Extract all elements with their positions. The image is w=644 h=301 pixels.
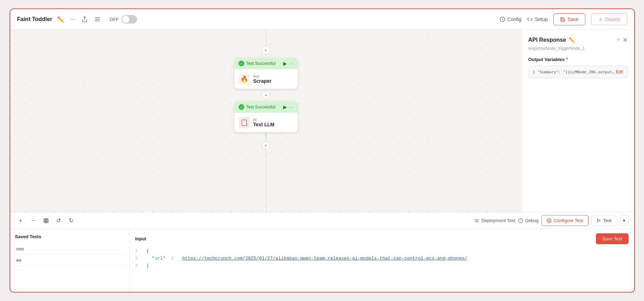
panel-help-button[interactable]: ? bbox=[617, 38, 619, 43]
panel-header-icons: ? ✕ bbox=[617, 36, 627, 44]
test-dropdown-button[interactable]: ▾ bbox=[620, 215, 629, 226]
node2-status: ✓ Test Successful bbox=[239, 104, 275, 110]
code-line-2: 2 "url" : https://techcrunch.com/2025/01… bbox=[135, 255, 629, 262]
saved-test-item-mm[interactable]: mm bbox=[15, 243, 124, 255]
node2-body: 📋 AI Text LLM bbox=[234, 113, 298, 132]
svg-point-10 bbox=[548, 220, 550, 221]
node1-status: ✓ Test Successful bbox=[239, 61, 275, 66]
list-view-button[interactable] bbox=[93, 15, 102, 24]
deploy-button[interactable]: Deploy bbox=[591, 13, 627, 25]
share-button[interactable] bbox=[80, 15, 89, 24]
connector-line-bottom bbox=[266, 132, 266, 139]
app-scraper-icon: 🔥 bbox=[239, 73, 250, 85]
saved-test-item-ee[interactable]: ee bbox=[15, 255, 124, 266]
toggle-label: OFF bbox=[110, 17, 119, 22]
panel-title: API Response ✏️ bbox=[528, 37, 575, 43]
add-node-middle[interactable]: + bbox=[262, 91, 270, 99]
output-var-value: { "Summary": "{{LLMNode_286.output.ge bbox=[533, 70, 616, 74]
zoom-out-button[interactable]: − bbox=[28, 216, 38, 226]
app-scraper-node[interactable]: ✓ Test Successful ▶ ··· 🔥 App Scraper bbox=[234, 58, 298, 89]
node2-controls: ▶ ··· bbox=[283, 104, 293, 110]
node1-body: 🔥 App Scraper bbox=[234, 69, 298, 89]
bottom-toolbar: + − ↺ ↻ Deployment Test Debug Configure … bbox=[10, 212, 634, 229]
node-app-scraper[interactable]: ✓ Test Successful ▶ ··· 🔥 App Scraper bbox=[234, 58, 298, 152]
node1-controls: ▶ ··· bbox=[283, 61, 293, 66]
required-indicator: * bbox=[566, 56, 568, 62]
line-num-3: 3 bbox=[135, 262, 141, 270]
svg-rect-3 bbox=[44, 219, 48, 223]
text-llm-icon: 📋 bbox=[239, 117, 250, 128]
more-options-button[interactable]: ··· bbox=[69, 15, 77, 24]
text-llm-node[interactable]: ✓ Test Successful ▶ ··· 📋 AI Text LLM bbox=[234, 101, 298, 132]
code-brace-open: { bbox=[147, 248, 149, 255]
saved-tests-title: Saved Tests bbox=[15, 234, 124, 239]
toggle-switch[interactable] bbox=[122, 15, 137, 24]
fit-view-button[interactable] bbox=[41, 216, 51, 226]
input-title: Input bbox=[135, 236, 147, 241]
success-icon: ✓ bbox=[239, 61, 244, 66]
code-key-url: "url" bbox=[147, 255, 166, 262]
node2-text: AI Text LLM bbox=[253, 118, 274, 127]
right-panel: API Response ✏️ ? ✕ responseNode_trigger… bbox=[522, 30, 634, 212]
undo-button[interactable]: ↺ bbox=[54, 216, 64, 226]
panel-subtitle: responseNode_triggerNode_1 bbox=[528, 46, 628, 51]
code-colon: : bbox=[171, 255, 177, 262]
add-node-top[interactable]: + bbox=[262, 46, 270, 54]
output-var-edit[interactable]: Edit bbox=[616, 69, 623, 74]
bottom-panel: Saved Tests mm ee Input Save Test 1 { 2 … bbox=[10, 229, 634, 292]
redo-button[interactable]: ↻ bbox=[66, 216, 76, 226]
canvas-area: Response + ✓ Test Successful ▶ ··· bbox=[10, 30, 634, 212]
add-node-bottom[interactable]: + bbox=[262, 141, 270, 150]
line-num-1: 1 bbox=[135, 248, 141, 255]
panel-header: API Response ✏️ ? ✕ bbox=[528, 36, 628, 44]
config-button[interactable]: Config bbox=[500, 16, 521, 22]
save-test-button[interactable]: Save Test bbox=[596, 233, 629, 244]
code-brace-close: } bbox=[147, 262, 149, 270]
code-line-3: 3 } bbox=[135, 262, 629, 270]
success-icon-2: ✓ bbox=[239, 104, 244, 110]
deployment-test-button[interactable]: Deployment Test bbox=[474, 218, 515, 223]
input-header: Input Save Test bbox=[135, 233, 629, 244]
debug-button[interactable]: Debug bbox=[518, 218, 539, 223]
header: Faint Toddler ✏️ ··· OFF Config Setup bbox=[10, 9, 634, 30]
input-panel: Input Save Test 1 { 2 "url" : https://te… bbox=[130, 229, 634, 292]
code-editor[interactable]: 1 { 2 "url" : https://techcrunch.com/202… bbox=[135, 248, 629, 288]
configure-test-button[interactable]: Configure Test bbox=[541, 215, 588, 226]
canvas[interactable]: Response + ✓ Test Successful ▶ ··· bbox=[10, 30, 522, 212]
line-num-2: 2 bbox=[135, 255, 141, 262]
main-container: Faint Toddler ✏️ ··· OFF Config Setup bbox=[9, 8, 635, 293]
output-var-box: { "Summary": "{{LLMNode_286.output.ge Ed… bbox=[528, 66, 628, 78]
header-left: Faint Toddler ✏️ ··· OFF bbox=[17, 15, 495, 24]
svg-marker-11 bbox=[597, 219, 600, 222]
node1-header: ✓ Test Successful ▶ ··· bbox=[234, 58, 298, 69]
bottom-right-controls: Deployment Test Debug Configure Test Tes… bbox=[474, 215, 628, 226]
saved-tests-panel: Saved Tests mm ee bbox=[10, 229, 130, 292]
header-right: Config Setup Save Deploy bbox=[500, 13, 627, 25]
node2-header: ✓ Test Successful ▶ ··· bbox=[234, 101, 298, 113]
node1-text: App Scraper bbox=[253, 74, 272, 84]
zoom-in-button[interactable]: + bbox=[16, 216, 26, 226]
edit-panel-button[interactable]: ✏️ bbox=[569, 37, 575, 43]
toggle-container: OFF bbox=[110, 15, 137, 24]
edit-name-button[interactable]: ✏️ bbox=[56, 15, 66, 24]
code-line-1: 1 { bbox=[135, 248, 629, 255]
output-variables-label: Output Variables * bbox=[528, 56, 628, 62]
code-url-value[interactable]: https://techcrunch.com/2025/01/27/alibab… bbox=[182, 255, 467, 262]
save-button[interactable]: Save bbox=[553, 13, 585, 25]
workflow-name: Faint Toddler bbox=[17, 16, 52, 22]
test-button[interactable]: Test bbox=[591, 215, 617, 226]
setup-button[interactable]: Setup bbox=[527, 16, 548, 22]
panel-close-button[interactable]: ✕ bbox=[623, 36, 628, 44]
zoom-controls: + − ↺ ↻ bbox=[16, 216, 76, 226]
